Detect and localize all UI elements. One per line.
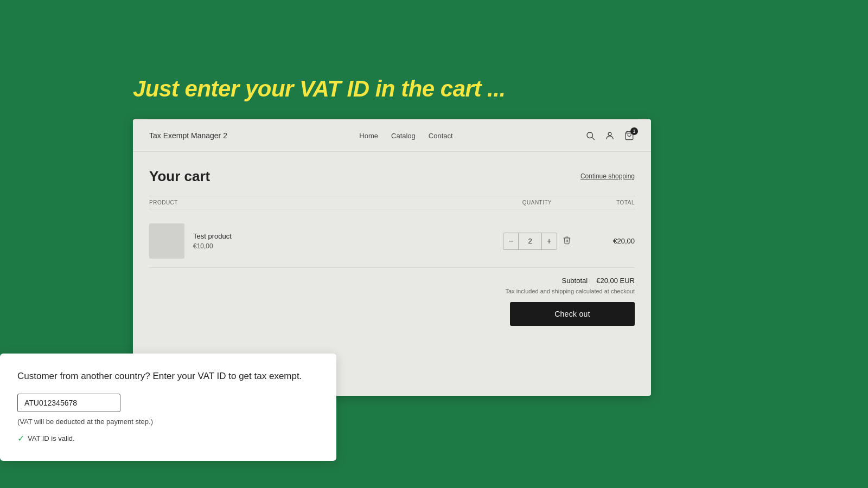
check-icon: ✓ (17, 433, 24, 444)
cart-icon[interactable]: 1 (624, 130, 635, 141)
nav-link-home[interactable]: Home (359, 132, 378, 140)
vat-valid-text: VAT ID is valid. (28, 434, 75, 442)
checkout-button[interactable]: Check out (510, 302, 635, 326)
item-image (149, 223, 184, 259)
vat-deduction-note: (VAT will be deducted at the payment ste… (17, 418, 319, 426)
table-header: PRODUCT QUANTITY TOTAL (149, 196, 635, 209)
item-total: €20,00 (580, 237, 635, 245)
subtotal-value: €20,00 EUR (596, 277, 635, 285)
quantity-decrease-button[interactable]: − (503, 233, 518, 249)
item-price: €10,00 (193, 242, 494, 250)
cart-header: Your cart Continue shopping (149, 168, 635, 185)
subtotal-label: Subtotal (561, 277, 588, 285)
item-quantity-col: − 2 + (494, 233, 580, 250)
nav-icons: 1 (585, 130, 635, 141)
nav-logo: Tax Exempt Manager 2 (149, 131, 227, 140)
item-info: Test product €10,00 (193, 232, 494, 250)
quantity-control: − 2 + (503, 233, 557, 250)
vat-valid-message: ✓ VAT ID is valid. (17, 433, 319, 444)
nav-link-catalog[interactable]: Catalog (391, 132, 416, 140)
search-icon[interactable] (585, 130, 596, 141)
nav-bar: Tax Exempt Manager 2 Home Catalog Contac… (133, 119, 651, 152)
nav-links: Home Catalog Contact (359, 131, 452, 140)
vat-id-input[interactable] (17, 394, 120, 412)
tax-note: Tax included and shipping calculated at … (506, 288, 635, 294)
svg-point-2 (608, 132, 611, 136)
cart-content: Your cart Continue shopping PRODUCT QUAN… (133, 152, 651, 337)
item-name: Test product (193, 232, 494, 240)
quantity-value: 2 (518, 233, 541, 249)
cart-summary: Subtotal €20,00 EUR Tax included and shi… (149, 277, 635, 326)
subtotal-row: Subtotal €20,00 EUR (561, 277, 635, 285)
nav-link-contact[interactable]: Contact (429, 132, 453, 140)
col-total-header: TOTAL (580, 200, 635, 206)
cart-badge: 1 (630, 127, 638, 135)
delete-item-button[interactable] (563, 236, 571, 247)
quantity-increase-button[interactable]: + (542, 233, 557, 249)
svg-line-1 (592, 137, 594, 139)
vat-popup: Customer from another country? Enter you… (0, 354, 336, 461)
cart-item: Test product €10,00 − 2 + (149, 215, 635, 268)
col-quantity-header: QUANTITY (494, 200, 580, 206)
cart-heading: Your cart (149, 168, 210, 185)
col-product-header: PRODUCT (149, 200, 494, 206)
user-icon[interactable] (604, 130, 615, 141)
continue-shopping-link[interactable]: Continue shopping (580, 168, 635, 180)
page-title: Just enter your VAT ID in the cart ... (133, 76, 506, 102)
vat-prompt-text: Customer from another country? Enter you… (17, 370, 319, 383)
